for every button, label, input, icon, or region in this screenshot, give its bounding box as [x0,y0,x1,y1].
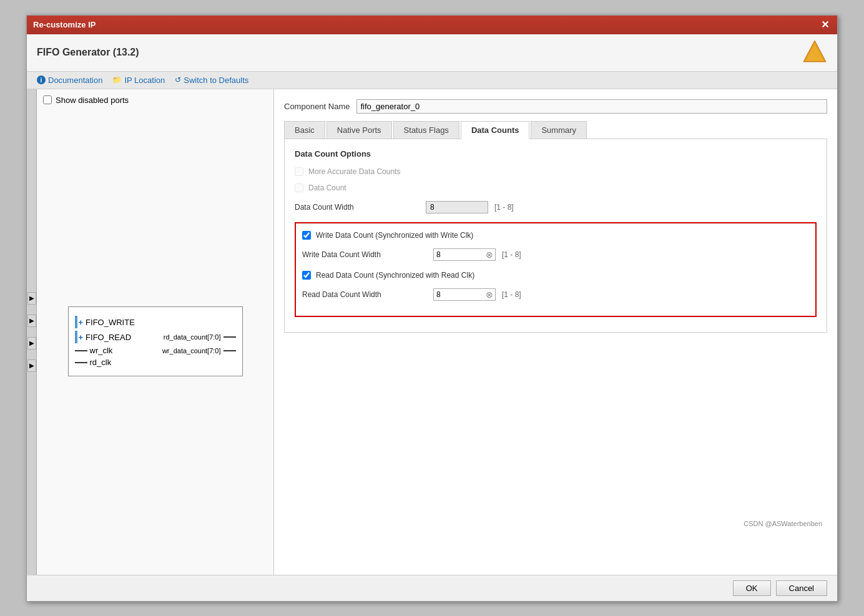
highlighted-options-box: Write Data Count (Synchronized with Writ… [295,222,817,317]
documentation-button[interactable]: i Documentation [37,76,102,85]
app-title: FIFO Generator (13.2) [37,47,792,58]
tabs-bar: Basic Native Ports Status Flags Data Cou… [284,121,827,139]
write-data-count-width-label: Write Data Count Width [302,250,427,259]
edge-arrow-4[interactable]: ▶ [27,359,36,372]
fifo-write-label: FIFO_WRITE [86,318,135,327]
left-panel: Show disabled ports + FIFO_WRITE + [37,89,274,575]
write-data-count-checkbox[interactable] [302,231,311,240]
show-disabled-ports-checkbox[interactable] [43,95,52,104]
rd-data-line [223,336,236,338]
section-title: Data Count Options [295,149,817,159]
read-data-count-width-label: Read Data Count Width [302,290,427,299]
read-data-count-row: Read Data Count (Synchronized with Read … [302,270,809,281]
read-data-count-width-range: [1 - 8] [502,290,521,299]
wr-data-line [223,350,236,351]
close-button[interactable]: ✕ [818,19,831,31]
rd-clk-line-left [75,362,87,363]
read-data-count-label: Read Data Count (Synchronized with Read … [316,271,474,280]
rd-data-count-label: rd_data_count[7:0] [164,333,221,341]
left-edge: ▶ ▶ ▶ ▶ [27,89,37,575]
data-count-checkbox[interactable] [295,183,303,192]
info-icon: i [37,76,46,84]
data-count-width-row: Data Count Width [1 - 8] [295,198,817,216]
fifo-write-bar [75,316,77,328]
write-data-count-width-range: [1 - 8] [502,250,521,259]
documentation-label: Documentation [48,76,102,85]
wr-clk-label: wr_clk [90,346,113,355]
wr-clk-row: wr_clk wr_data_count[7:0] [75,346,236,355]
logo [802,39,827,66]
ok-button[interactable]: OK [733,580,771,596]
component-name-input[interactable] [356,99,828,114]
data-count-row: Data Count [295,182,817,193]
tab-status-flags[interactable]: Status Flags [393,121,459,139]
watermark: CSDN @ASWaterbenben [284,333,827,529]
ip-location-button[interactable]: 📁 IP Location [112,76,165,85]
more-accurate-checkbox[interactable] [295,167,303,176]
main-window: Re-customize IP ✕ FIFO Generator (13.2) … [26,15,838,602]
fifo-diagram: + FIFO_WRITE + FIFO_READ rd_data_count[7… [68,306,243,376]
data-counts-content: Data Count Options More Accurate Data Co… [284,139,827,333]
switch-defaults-button[interactable]: ↺ Switch to Defaults [175,76,248,85]
cancel-button[interactable]: Cancel [776,580,827,596]
edge-arrow-3[interactable]: ▶ [27,337,36,350]
read-data-count-width-input[interactable] [434,289,484,300]
diagram-area: + FIFO_WRITE + FIFO_READ rd_data_count[7… [43,115,267,569]
data-count-width-input[interactable] [426,201,488,213]
write-data-count-row: Write Data Count (Synchronized with Writ… [302,230,809,241]
read-data-count-width-field: ⊗ [433,288,496,301]
rd-clk-label: rd_clk [90,358,112,367]
switch-defaults-label: Switch to Defaults [184,76,248,85]
wr-data-count-label: wr_data_count[7:0] [162,347,221,354]
tab-data-counts[interactable]: Data Counts [461,121,530,139]
right-panel: Component Name Basic Native Ports Status… [274,89,837,575]
toolbar: i Documentation 📁 IP Location ↺ Switch t… [27,72,837,89]
edge-arrow-2[interactable]: ▶ [27,315,36,327]
titlebar: Re-customize IP ✕ [27,16,837,34]
tab-basic[interactable]: Basic [284,121,325,139]
rd-clk-row: rd_clk [75,358,236,367]
fifo-write-row: + FIFO_WRITE [75,316,236,328]
fifo-read-label: FIFO_READ [86,333,131,342]
ip-location-label: IP Location [124,76,165,85]
more-accurate-row: More Accurate Data Counts [295,166,817,177]
write-data-count-width-row: Write Data Count Width ⊗ [1 - 8] [302,246,809,263]
refresh-icon: ↺ [175,76,181,84]
footer: OK Cancel [27,575,837,601]
fifo-read-row: + FIFO_READ rd_data_count[7:0] [75,331,236,343]
show-ports-row: Show disabled ports [43,95,267,105]
read-data-count-width-row: Read Data Count Width ⊗ [1 - 8] [302,286,809,303]
write-data-count-width-input[interactable] [434,249,484,260]
window-title: Re-customize IP [33,20,818,29]
location-icon: 📁 [112,76,122,84]
show-disabled-ports-label: Show disabled ports [56,95,129,105]
tab-summary[interactable]: Summary [531,121,587,139]
data-count-width-label: Data Count Width [295,203,420,212]
read-data-count-checkbox[interactable] [302,271,311,280]
wr-clk-line-left [75,350,87,351]
component-name-label: Component Name [284,102,350,111]
content-area: ▶ ▶ ▶ ▶ Show disabled ports + FIFO_WRITE [27,89,837,575]
header: FIFO Generator (13.2) [27,34,837,72]
more-accurate-label: More Accurate Data Counts [308,167,400,176]
data-count-width-range: [1 - 8] [494,203,514,212]
edge-arrow-1[interactable]: ▶ [27,292,36,305]
write-data-count-clear-button[interactable]: ⊗ [484,249,495,260]
write-data-count-label: Write Data Count (Synchronized with Writ… [316,231,473,240]
tab-native-ports[interactable]: Native Ports [326,121,392,139]
read-data-count-clear-button[interactable]: ⊗ [484,289,495,300]
write-data-count-width-field: ⊗ [433,248,496,261]
fifo-read-bar [75,331,77,343]
data-count-label: Data Count [308,183,346,192]
component-name-row: Component Name [284,99,827,114]
